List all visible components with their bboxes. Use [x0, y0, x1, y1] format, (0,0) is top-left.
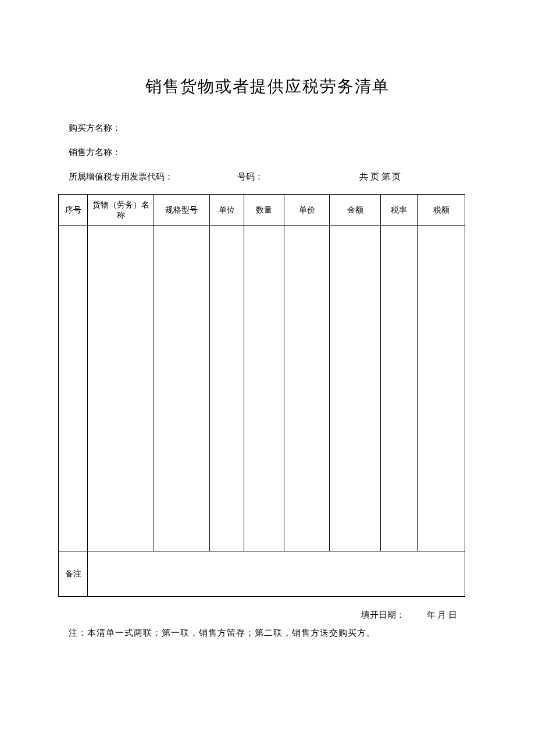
footer-note: 注：本清单一式两联：第一联，销售方留存；第二联，销售方送交购买方。 [58, 628, 465, 639]
col-header-qty: 数量 [244, 195, 284, 226]
col-header-rate: 税率 [381, 195, 418, 226]
seller-name-label: 销售方名称： [69, 148, 121, 157]
cell-price [284, 226, 330, 551]
col-header-spec: 规格型号 [154, 195, 210, 226]
items-table: 序号 货物（劳务）名称 规格型号 单位 数量 单价 金额 税率 税额 [58, 194, 465, 597]
remark-content [88, 551, 465, 597]
table-body-row [59, 226, 465, 551]
col-header-amount: 金额 [329, 195, 380, 226]
cell-seq [59, 226, 88, 551]
cell-tax [418, 226, 465, 551]
col-header-seq: 序号 [59, 195, 88, 226]
buyer-name-row: 购买方名称： [69, 121, 477, 135]
header-info: 购买方名称： 销售方名称： 所属增值税专用发票代码： 号码： 共 页 第 页 [58, 121, 477, 184]
col-header-price: 单价 [284, 195, 330, 226]
col-header-name: 货物（劳务）名称 [88, 195, 154, 226]
cell-amount [329, 226, 380, 551]
page-title: 销售货物或者提供应税劳务清单 [58, 76, 477, 98]
buyer-name-label: 购买方名称： [69, 123, 121, 132]
document-page: 销售货物或者提供应税劳务清单 购买方名称： 销售方名称： 所属增值税专用发票代码… [0, 0, 535, 639]
cell-spec [154, 226, 210, 551]
table-header-row: 序号 货物（劳务）名称 规格型号 单位 数量 单价 金额 税率 税额 [59, 195, 465, 226]
col-header-tax: 税额 [418, 195, 465, 226]
page-count-label: 共 页 第 页 [359, 170, 401, 184]
invoice-number-label: 号码： [237, 170, 359, 184]
invoice-info-row: 所属增值税专用发票代码： 号码： 共 页 第 页 [69, 170, 477, 184]
remark-label: 备注 [59, 551, 88, 597]
cell-rate [381, 226, 418, 551]
col-header-unit: 单位 [210, 195, 244, 226]
seller-name-row: 销售方名称： [69, 145, 477, 159]
cell-name [88, 226, 154, 551]
cell-unit [210, 226, 244, 551]
fill-date-suffix: 年 月 日 [427, 610, 458, 619]
cell-qty [244, 226, 284, 551]
fill-date-row: 填开日期： 年 月 日 [58, 610, 465, 621]
invoice-code-label: 所属增值税专用发票代码： [69, 170, 237, 184]
remark-row: 备注 [59, 551, 465, 597]
fill-date-label: 填开日期： [361, 610, 405, 619]
footer-block: 填开日期： 年 月 日 注：本清单一式两联：第一联，销售方留存；第二联，销售方送… [58, 610, 465, 639]
